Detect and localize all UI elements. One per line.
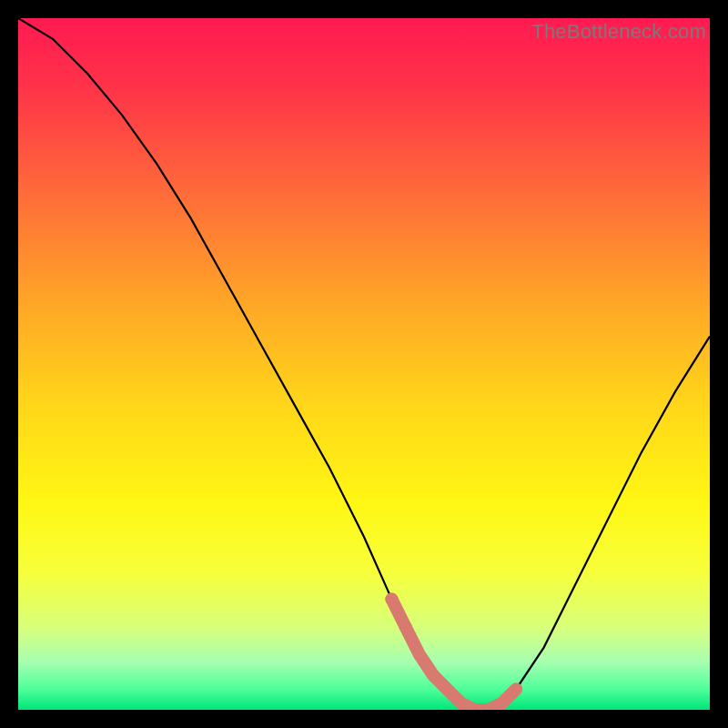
chart-frame: TheBottleneck.com <box>18 18 710 710</box>
gradient-background <box>18 18 710 710</box>
plot-area <box>18 18 710 710</box>
highlight-dot <box>399 621 412 633</box>
chart-svg <box>18 18 710 710</box>
watermark-text: TheBottleneck.com <box>531 20 706 44</box>
highlight-dot <box>385 592 398 605</box>
